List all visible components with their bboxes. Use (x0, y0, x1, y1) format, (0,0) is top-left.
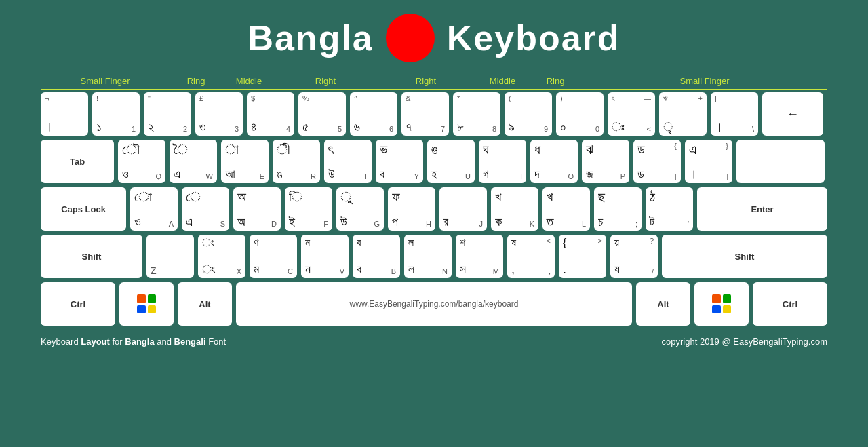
finger-label-right-1: Right (275, 76, 376, 86)
key-7[interactable]: & ৭7 (401, 92, 449, 136)
footer-left-text: Keyboard Layout for Bangla and Bengali F… (41, 336, 226, 347)
key-6[interactable]: ^ ৬6 (350, 92, 397, 136)
key-backtick[interactable]: ¬ । (41, 92, 88, 136)
key-i[interactable]: ঘ গI (479, 140, 526, 183)
key-3[interactable]: £ ৩3 (195, 92, 243, 136)
finger-label-middle-1: Middle (222, 76, 275, 86)
key-win-right[interactable] (694, 282, 749, 326)
key-o[interactable]: ধ দO (530, 140, 578, 183)
finger-label-right-2: Right (376, 76, 476, 86)
key-u[interactable]: ঙ হU (427, 140, 475, 183)
key-bracket-close[interactable]: এ} ।] (685, 140, 732, 183)
bottom-row: Ctrl Alt www.EasyBengaliTyping.com/bangl… (41, 282, 827, 326)
key-space[interactable]: www.EasyBengaliTyping.com/bangla/keyboar… (236, 282, 632, 326)
key-ctrl-right[interactable]: Ctrl (753, 282, 827, 326)
qwerty-row: Tab ৌ ওQ ৈ এW া আE ী ঙR ৎ উT ভ বY ঙ হU (41, 140, 827, 183)
key-j[interactable]: রJ (439, 187, 487, 231)
key-l[interactable]: খ তL (542, 187, 590, 231)
key-enter[interactable] (736, 140, 825, 183)
finger-label-middle-2: Middle (476, 76, 529, 86)
key-g[interactable]: ু উG (336, 187, 384, 231)
finger-labels: Small Finger Ring Middle Right Right Mid… (41, 76, 827, 90)
key-win-left[interactable] (119, 282, 174, 326)
key-b[interactable]: ব বB (353, 235, 400, 278)
key-w[interactable]: ৈ এW (170, 140, 217, 183)
number-row: ¬ । ! ১1 " ২2 £ ৩3 $ ৪4 % ৫5 ^ ৬6 & ৭7 (41, 92, 827, 136)
title-right: Keyboard (447, 18, 620, 58)
key-enter-main[interactable]: Enter (697, 187, 827, 231)
key-5[interactable]: % ৫5 (298, 92, 346, 136)
key-n[interactable]: ল লN (404, 235, 452, 278)
key-1[interactable]: ! ১1 (92, 92, 140, 136)
key-c[interactable]: ণ মC (250, 235, 297, 278)
key-9[interactable]: ( ৯9 (505, 92, 552, 136)
key-shift-left[interactable]: Shift (41, 235, 142, 278)
key-capslock[interactable]: Caps Lock (41, 187, 126, 231)
footer-left: Keyboard Layout for Bangla and Bengali F… (41, 336, 226, 347)
key-q[interactable]: ৌ ওQ (118, 140, 165, 183)
finger-label-small-2: Small Finger (582, 76, 827, 86)
key-shift-right[interactable]: Shift (662, 235, 827, 278)
footer-right: copyright 2019 @ EasyBengaliTyping.com (662, 336, 827, 347)
key-4[interactable]: $ ৪4 (247, 92, 294, 136)
windows-icon-left (137, 294, 156, 313)
home-row: Caps Lock ো ওA ে এS অ অD ি ইF ু উG ফ পH … (41, 187, 827, 231)
key-d[interactable]: অ অD (233, 187, 281, 231)
finger-label-ring-2: Ring (529, 76, 582, 86)
key-y[interactable]: ভ বY (376, 140, 423, 183)
key-x[interactable]: ং ংX (198, 235, 245, 278)
key-quote[interactable]: ঠ ট' (646, 187, 693, 231)
key-8[interactable]: * ৮8 (453, 92, 500, 136)
key-2[interactable]: " ২2 (144, 92, 191, 136)
key-comma[interactable]: ষ< ,, (507, 235, 555, 278)
key-backslash-num[interactable]: | ।\ (711, 92, 758, 136)
key-k[interactable]: খ কK (491, 187, 538, 231)
key-m[interactable]: শ সM (456, 235, 503, 278)
key-semicolon[interactable]: ছ চ; (594, 187, 642, 231)
key-h[interactable]: ফ পH (388, 187, 435, 231)
key-slash[interactable]: য়? য/ (610, 235, 658, 278)
finger-label-small-1: Small Finger (41, 76, 170, 86)
bangladesh-flag-circle (386, 14, 435, 62)
shift-row: Shift Z ং ংX ণ মC ন নV ব বB ল লN শ সM (41, 235, 827, 278)
header: Bangla Keyboard (248, 14, 620, 62)
windows-icon-right (712, 294, 731, 313)
key-t[interactable]: ৎ উT (324, 140, 372, 183)
key-r[interactable]: ী ঙR (273, 140, 320, 183)
key-bracket-open[interactable]: ড{ ড[ (633, 140, 681, 183)
key-tab[interactable]: Tab (41, 140, 114, 183)
key-alt-left[interactable]: Alt (178, 282, 232, 326)
title-left: Bangla (248, 18, 373, 58)
key-0[interactable]: ) ০0 (556, 92, 604, 136)
key-v[interactable]: ন নV (301, 235, 349, 278)
finger-label-ring-1: Ring (170, 76, 222, 86)
key-a[interactable]: ো ওA (130, 187, 178, 231)
keyboard: ¬ । ! ১1 " ২2 £ ৩3 $ ৪4 % ৫5 ^ ৬6 & ৭7 (41, 92, 827, 326)
caps-lock-label: Caps Lock (61, 204, 106, 214)
key-f[interactable]: ি ইF (285, 187, 332, 231)
key-backspace[interactable]: ← (762, 92, 823, 136)
footer: Keyboard Layout for Bangla and Bengali F… (41, 336, 827, 347)
key-ctrl-left[interactable]: Ctrl (41, 282, 115, 326)
spacebar-url: www.EasyBengaliTyping.com/bangla/keyboar… (350, 299, 519, 309)
key-s[interactable]: ে এS (182, 187, 229, 231)
key-equals[interactable]: ঋ+ ৃ= (659, 92, 707, 136)
key-z[interactable]: Z (146, 235, 194, 278)
key-p[interactable]: ঝ জP (582, 140, 629, 183)
key-alt-right[interactable]: Alt (636, 282, 690, 326)
key-e[interactable]: া আE (221, 140, 269, 183)
key-period[interactable]: {> .. (559, 235, 606, 278)
footer-right-text: copyright 2019 @ EasyBengaliTyping.com (662, 336, 827, 347)
key-minus[interactable]: ৎ— ঃ< (608, 92, 655, 136)
